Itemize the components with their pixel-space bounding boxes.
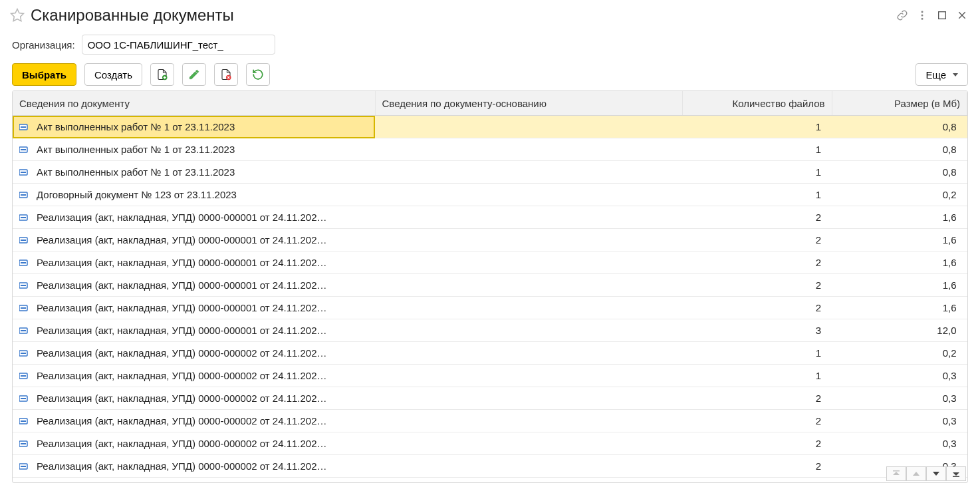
create-button[interactable]: Создать [84,63,142,86]
doc-cell: Акт выполненных работ № 1 от 23.11.2023 [37,166,235,178]
more-button-label: Еще [925,69,946,81]
page-title: Сканированные документы [27,6,892,25]
base-cell [375,342,682,365]
table-row[interactable]: Реализация (акт, накладная, УПД) 0000-00… [13,206,967,229]
base-cell [375,206,682,229]
base-cell [375,161,682,184]
table-row[interactable]: Акт выполненных работ № 1 от 23.11.20231… [13,116,967,138]
add-file-icon[interactable] [150,63,174,86]
files-cell: 1 [682,116,832,138]
svg-point-0 [921,11,923,13]
table-row[interactable]: Реализация (акт, накладная, УПД) 0000-00… [13,387,967,410]
files-cell: 1 [682,365,832,387]
doc-cell: Реализация (акт, накладная, УПД) 0000-00… [37,370,327,381]
edit-icon[interactable] [182,63,206,86]
document-icon [19,191,30,199]
document-icon [19,123,30,131]
table-row[interactable]: Реализация (акт, накладная, УПД) 0000-00… [13,274,967,297]
files-cell: 2 [682,229,832,251]
table-row[interactable]: Реализация (акт, накладная, УПД) 0000-00… [13,410,967,432]
base-cell [375,387,682,410]
table-row[interactable]: Акт выполненных работ № 1 от 23.11.20231… [13,161,967,184]
kebab-menu-icon[interactable] [912,5,932,25]
svg-rect-27 [21,353,26,354]
files-cell: 2 [682,297,832,319]
col-doc[interactable]: Сведения по документу [13,91,375,116]
col-base[interactable]: Сведения по документу-основанию [375,91,682,116]
svg-rect-25 [21,330,26,331]
document-icon [19,304,30,312]
base-cell [375,297,682,319]
document-icon [19,462,30,470]
svg-rect-21 [21,285,26,286]
doc-cell: Реализация (акт, накладная, УПД) 0000-00… [37,257,327,268]
delete-file-icon[interactable] [214,63,238,86]
svg-rect-11 [21,172,26,173]
doc-cell: Реализация (акт, накладная, УПД) 0000-00… [37,460,327,472]
document-icon [19,440,30,448]
files-cell: 3 [682,319,832,342]
document-icon [19,259,30,267]
close-icon[interactable] [952,5,972,25]
base-cell [375,410,682,432]
svg-point-1 [921,15,923,17]
table-row[interactable]: Реализация (акт, накладная, УПД) 0000-00… [13,365,967,387]
doc-cell: Реализация (акт, накладная, УПД) 0000-00… [37,279,327,291]
link-icon[interactable] [892,5,912,25]
more-button[interactable]: Еще [916,63,968,86]
size-cell: 0,8 [832,161,967,184]
doc-cell: Реализация (акт, накладная, УПД) 0000-00… [37,212,327,223]
document-icon [19,168,30,176]
base-cell [375,319,682,342]
files-cell: 2 [682,206,832,229]
document-icon [19,349,30,357]
files-cell: 1 [682,184,832,206]
favorite-star-icon[interactable] [8,6,27,25]
svg-rect-31 [21,398,26,399]
size-cell: 1,6 [832,274,967,297]
svg-rect-15 [21,217,26,218]
doc-cell: Договорный документ № 123 от 23.11.2023 [37,189,237,200]
doc-cell: Реализация (акт, накладная, УПД) 0000-00… [37,325,327,336]
table-row[interactable]: Реализация (акт, накладная, УПД) 0000-00… [13,297,967,319]
col-size[interactable]: Размер (в Мб) [832,91,967,116]
nav-next[interactable] [926,466,946,481]
size-cell: 0,2 [832,184,967,206]
base-cell [375,138,682,161]
organization-input[interactable] [82,35,275,55]
table-row[interactable]: Реализация (акт, накладная, УПД) 0000-00… [13,342,967,365]
document-icon [19,327,30,335]
maximize-icon[interactable] [932,5,952,25]
doc-cell: Акт выполненных работ № 1 от 23.11.2023 [37,121,235,132]
size-cell: 0,8 [832,116,967,138]
table-row[interactable]: Реализация (акт, накладная, УПД) 0000-00… [13,455,967,478]
select-button-label: Выбрать [22,69,66,81]
select-button[interactable]: Выбрать [12,63,76,86]
svg-rect-9 [21,149,26,150]
table-row[interactable]: Реализация (акт, накладная, УПД) 0000-00… [13,432,967,455]
refresh-icon[interactable] [246,63,270,86]
files-cell: 2 [682,251,832,274]
svg-rect-37 [21,466,26,467]
table-row[interactable]: Реализация (акт, накладная, УПД) 0000-00… [13,229,967,251]
table-row[interactable]: Акт выполненных работ № 1 от 23.11.20231… [13,138,967,161]
nav-first[interactable] [886,466,906,481]
files-cell: 2 [682,387,832,410]
nav-prev[interactable] [906,466,926,481]
table-header: Сведения по документу Сведения по докуме… [13,91,967,116]
svg-rect-13 [21,194,26,196]
document-icon [19,236,30,244]
svg-rect-3 [939,12,946,19]
table-row[interactable]: Реализация (акт, накладная, УПД) 0000-00… [13,319,967,342]
table-row[interactable]: Договорный документ № 123 от 23.11.20231… [13,184,967,206]
files-cell: 2 [682,274,832,297]
nav-last[interactable] [946,466,966,481]
col-files[interactable]: Количество файлов [682,91,832,116]
table-row[interactable]: Реализация (акт, накладная, УПД) 0000-00… [13,251,967,274]
document-icon [19,281,30,289]
size-cell: 0,3 [832,365,967,387]
document-icon [19,395,30,403]
doc-cell: Акт выполненных работ № 1 от 23.11.2023 [37,144,235,155]
base-cell [375,116,682,138]
chevron-down-icon [953,73,958,77]
